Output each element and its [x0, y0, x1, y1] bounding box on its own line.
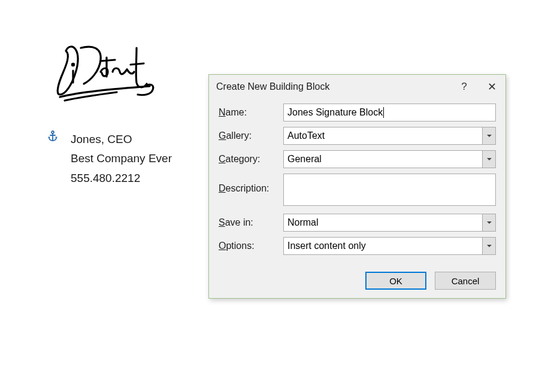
category-combo[interactable]: General — [283, 150, 496, 168]
signature-line-2: Best Company Ever — [71, 149, 172, 168]
dialog-titlebar: Create New Building Block ? ✕ — [209, 75, 505, 99]
chevron-down-icon — [487, 245, 492, 247]
create-building-block-dialog: Create New Building Block ? ✕ Name: Jone… — [208, 74, 506, 299]
category-label: Category: — [219, 154, 283, 165]
close-icon: ✕ — [487, 80, 496, 93]
name-label: Name: — [219, 107, 283, 118]
dialog-title: Create New Building Block — [216, 81, 450, 92]
category-value: General — [284, 151, 482, 168]
text-caret — [383, 107, 384, 118]
save-in-value: Normal — [284, 214, 482, 231]
chevron-down-icon — [487, 158, 492, 160]
chevron-down-icon — [487, 221, 492, 224]
close-button[interactable]: ✕ — [478, 75, 505, 99]
save-in-combo[interactable]: Normal — [283, 214, 496, 232]
name-input-text: Jones Signature Block — [287, 107, 383, 118]
gallery-combo[interactable]: AutoText — [283, 127, 496, 145]
gallery-value: AutoText — [284, 127, 482, 144]
save-in-label: Save in: — [219, 217, 283, 228]
help-button[interactable]: ? — [450, 75, 478, 99]
category-dropdown-button[interactable] — [482, 151, 495, 168]
help-icon: ? — [461, 81, 467, 93]
signature-image — [48, 42, 168, 110]
name-input[interactable]: Jones Signature Block — [283, 104, 496, 121]
chevron-down-icon — [487, 135, 492, 137]
signature-line-3: 555.480.2212 — [71, 169, 172, 188]
ok-button[interactable]: OK — [365, 272, 426, 290]
gallery-dropdown-button[interactable] — [482, 127, 495, 144]
options-dropdown-button[interactable] — [482, 238, 495, 254]
description-label: Description: — [219, 174, 283, 194]
cancel-button[interactable]: Cancel — [435, 272, 496, 290]
svg-point-0 — [72, 63, 74, 65]
save-in-dropdown-button[interactable] — [482, 214, 495, 231]
options-combo[interactable]: Insert content only — [283, 237, 496, 255]
signature-line-1: Jones, CEO — [71, 130, 172, 149]
options-value: Insert content only — [284, 238, 482, 254]
signature-text-block: Jones, CEO Best Company Ever 555.480.221… — [71, 130, 172, 188]
options-label: Options: — [219, 241, 283, 251]
description-input[interactable] — [283, 174, 496, 206]
gallery-label: Gallery: — [219, 130, 283, 141]
anchor-icon — [48, 130, 57, 144]
